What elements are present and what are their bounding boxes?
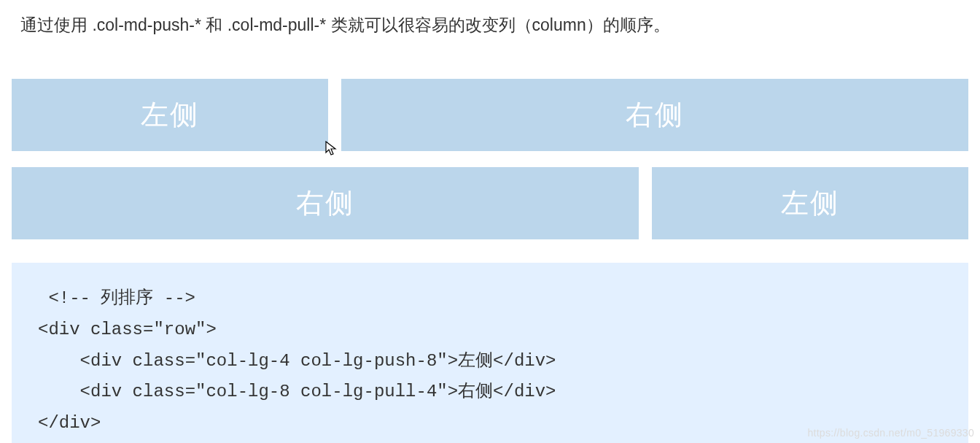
demo-col-left-2: 左侧 xyxy=(652,167,968,239)
code-line: <!-- 列排序 --> xyxy=(38,288,195,308)
code-block: <!-- 列排序 --> <div class="row"> <div clas… xyxy=(12,263,968,443)
demo-col-left-1: 左侧 xyxy=(12,79,328,151)
grid-demo-area: 左侧 右侧 右侧 左侧 xyxy=(0,79,980,239)
code-line: <div class="col-lg-8 col-lg-pull-4">右侧</… xyxy=(38,382,556,401)
watermark-text: https://blog.csdn.net/m0_51969330 xyxy=(807,427,974,439)
description-text: 通过使用 .col-md-push-* 和 .col-md-pull-* 类就可… xyxy=(0,0,980,36)
demo-row-1: 左侧 右侧 xyxy=(12,79,968,151)
demo-col-right-2: 右侧 xyxy=(12,167,639,239)
code-line: <div class="col-lg-4 col-lg-push-8">左侧</… xyxy=(38,351,556,371)
demo-col-right-1: 右侧 xyxy=(341,79,968,151)
code-line: <div class="row"> xyxy=(38,320,217,339)
demo-row-2: 右侧 左侧 xyxy=(12,167,968,239)
code-line: </div> xyxy=(38,413,101,433)
